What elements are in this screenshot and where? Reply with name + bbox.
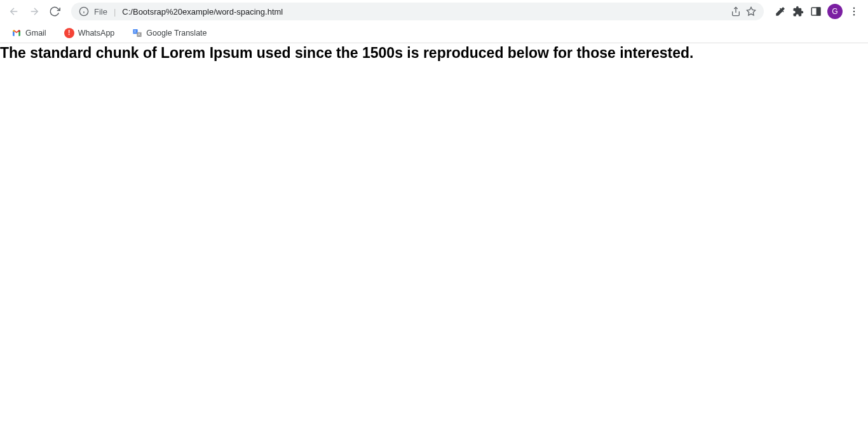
info-icon — [79, 6, 89, 17]
svg-point-10 — [853, 14, 855, 15]
url-prefix: File — [94, 7, 107, 17]
profile-avatar[interactable]: G — [827, 4, 843, 19]
svg-point-9 — [853, 11, 855, 12]
nav-back-button[interactable] — [5, 3, 23, 20]
bookmarks-bar: Gmail ! WhatsApp 文 A Google Translate — [0, 23, 868, 43]
svg-text:A: A — [138, 32, 140, 36]
svg-text:文: 文 — [133, 29, 137, 33]
body-text: The standard chunk of Lorem Ipsum used s… — [0, 43, 868, 63]
bookmark-gmail[interactable]: Gmail — [8, 25, 50, 41]
side-panel-icon[interactable] — [810, 5, 822, 18]
page-content: The standard chunk of Lorem Ipsum used s… — [0, 43, 868, 63]
gmail-icon — [11, 28, 22, 38]
svg-marker-4 — [747, 7, 755, 15]
dots-vertical-icon — [848, 6, 860, 17]
arrow-left-icon — [8, 6, 20, 17]
bookmark-label: WhatsApp — [78, 29, 115, 38]
bookmark-label: Google Translate — [146, 29, 207, 38]
arrow-right-icon — [29, 6, 40, 17]
bookmark-google-translate[interactable]: 文 A Google Translate — [128, 25, 210, 41]
bookmark-label: Gmail — [25, 29, 46, 38]
reload-button[interactable] — [46, 3, 64, 20]
bookmark-whatsapp[interactable]: ! WhatsApp — [60, 25, 119, 41]
google-translate-icon: 文 A — [132, 28, 142, 38]
eyedropper-extension-icon[interactable] — [774, 5, 787, 18]
whatsapp-icon: ! — [64, 28, 74, 38]
menu-button[interactable] — [848, 5, 860, 18]
svg-rect-7 — [817, 8, 820, 15]
address-bar[interactable]: File | C:/Bootsrap%20example/word-spacin… — [71, 3, 764, 20]
toolbar-right: G — [771, 4, 863, 19]
svg-point-8 — [853, 8, 855, 9]
url-divider: | — [114, 7, 116, 17]
browser-toolbar: File | C:/Bootsrap%20example/word-spacin… — [0, 0, 868, 23]
star-icon[interactable] — [746, 6, 756, 17]
share-icon[interactable] — [731, 6, 741, 17]
reload-icon — [49, 6, 60, 17]
nav-forward-button[interactable] — [25, 3, 43, 20]
extensions-icon[interactable] — [792, 5, 804, 18]
url-text: C:/Bootsrap%20example/word-spacing.html — [122, 7, 283, 17]
